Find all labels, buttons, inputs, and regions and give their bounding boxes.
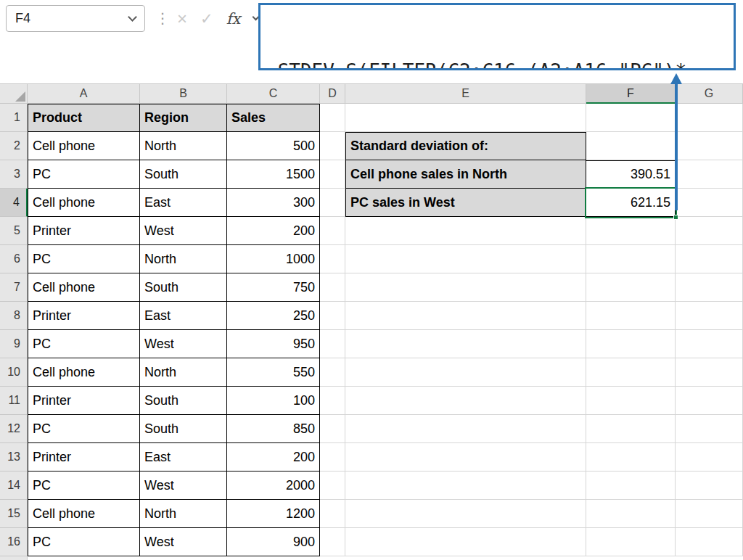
row-header-5[interactable]: 5 (0, 217, 28, 245)
cell-D11[interactable] (320, 387, 345, 415)
cell-C14[interactable]: 2000 (227, 472, 320, 500)
cell-E2[interactable]: Standard deviation of: (345, 132, 586, 160)
cell-G11[interactable] (676, 387, 743, 415)
cell-F2[interactable] (586, 132, 676, 160)
cell-B2[interactable]: North (140, 132, 227, 160)
cell-G1[interactable] (676, 104, 743, 132)
enter-icon[interactable]: ✓ (200, 11, 213, 26)
cell-E10[interactable] (345, 358, 586, 387)
cell-F10[interactable] (586, 358, 676, 387)
cell-C16[interactable]: 900 (227, 528, 320, 556)
cell-B11[interactable]: South (140, 387, 227, 415)
cell-E6[interactable] (345, 245, 586, 273)
cell-F11[interactable] (586, 387, 676, 415)
cell-G5[interactable] (676, 217, 743, 245)
cell-G10[interactable] (676, 358, 743, 387)
cell-D5[interactable] (320, 217, 345, 245)
col-header-B[interactable]: B (140, 83, 227, 104)
cell-D15[interactable] (320, 500, 345, 528)
row-header-12[interactable]: 12 (0, 415, 28, 443)
cancel-icon[interactable]: × (177, 10, 187, 28)
cell-C2[interactable]: 500 (227, 132, 320, 160)
cell-G9[interactable] (676, 330, 743, 358)
cell-C3[interactable]: 1500 (227, 160, 320, 189)
cell-B3[interactable]: South (140, 160, 227, 189)
formula-bar-splitter-icon[interactable]: ⋮ (155, 9, 170, 27)
cell-A9[interactable]: PC (28, 330, 140, 358)
row-header-8[interactable]: 8 (0, 302, 28, 330)
cell-D12[interactable] (320, 415, 345, 443)
cell-A2[interactable]: Cell phone (28, 132, 140, 160)
cell-A5[interactable]: Printer (28, 217, 140, 245)
row-header-7[interactable]: 7 (0, 273, 28, 302)
row-header-4[interactable]: 4 (0, 189, 28, 217)
cell-E9[interactable] (345, 330, 586, 358)
row-header-2[interactable]: 2 (0, 132, 28, 160)
cell-B12[interactable]: South (140, 415, 227, 443)
cell-A10[interactable]: Cell phone (28, 358, 140, 387)
cell-A6[interactable]: PC (28, 245, 140, 273)
cell-B14[interactable]: West (140, 472, 227, 500)
cell-F15[interactable] (586, 500, 676, 528)
col-header-E[interactable]: E (345, 83, 586, 104)
cell-C10[interactable]: 550 (227, 358, 320, 387)
cell-G14[interactable] (676, 472, 743, 500)
cell-A4[interactable]: Cell phone (28, 189, 140, 217)
cell-C13[interactable]: 200 (227, 443, 320, 472)
cell-G2[interactable] (676, 132, 743, 160)
cell-D13[interactable] (320, 443, 345, 472)
cell-A12[interactable]: PC (28, 415, 140, 443)
cell-E14[interactable] (345, 472, 586, 500)
chevron-down-icon[interactable] (128, 12, 137, 22)
cell-B4[interactable]: East (140, 189, 227, 217)
row-header-16[interactable]: 16 (0, 528, 28, 556)
cell-E16[interactable] (345, 528, 586, 556)
cell-F16[interactable] (586, 528, 676, 556)
cell-C7[interactable]: 750 (227, 273, 320, 302)
cell-G12[interactable] (676, 415, 743, 443)
cell-A14[interactable]: PC (28, 472, 140, 500)
cell-F7[interactable] (586, 273, 676, 302)
cell-D10[interactable] (320, 358, 345, 387)
cell-D14[interactable] (320, 472, 345, 500)
cell-D8[interactable] (320, 302, 345, 330)
cell-B6[interactable]: North (140, 245, 227, 273)
cell-F6[interactable] (586, 245, 676, 273)
col-header-A[interactable]: A (28, 83, 140, 104)
cell-E12[interactable] (345, 415, 586, 443)
cell-E4[interactable]: PC sales in West (345, 189, 586, 217)
row-header-13[interactable]: 13 (0, 443, 28, 472)
cell-G6[interactable] (676, 245, 743, 273)
row-header-9[interactable]: 9 (0, 330, 28, 358)
col-header-F[interactable]: F (586, 83, 676, 104)
cell-G16[interactable] (676, 528, 743, 556)
row-header-3[interactable]: 3 (0, 160, 28, 189)
cell-C12[interactable]: 850 (227, 415, 320, 443)
cell-B9[interactable]: West (140, 330, 227, 358)
cell-C6[interactable]: 1000 (227, 245, 320, 273)
cell-G13[interactable] (676, 443, 743, 472)
cell-C5[interactable]: 200 (227, 217, 320, 245)
cell-G4[interactable] (676, 189, 743, 217)
cell-C4[interactable]: 300 (227, 189, 320, 217)
select-all-corner[interactable] (0, 83, 28, 104)
cell-B13[interactable]: East (140, 443, 227, 472)
cell-A13[interactable]: Printer (28, 443, 140, 472)
cell-E1[interactable] (345, 104, 586, 132)
cell-B16[interactable]: West (140, 528, 227, 556)
row-header-14[interactable]: 14 (0, 472, 28, 500)
cell-D9[interactable] (320, 330, 345, 358)
cell-B10[interactable]: North (140, 358, 227, 387)
cell-E15[interactable] (345, 500, 586, 528)
cell-G3[interactable] (676, 160, 743, 189)
cell-F12[interactable] (586, 415, 676, 443)
cell-A7[interactable]: Cell phone (28, 273, 140, 302)
cell-A11[interactable]: Printer (28, 387, 140, 415)
insert-function-icon[interactable]: fx (226, 10, 241, 28)
cell-A1[interactable]: Product (28, 104, 140, 132)
cell-E8[interactable] (345, 302, 586, 330)
row-header-10[interactable]: 10 (0, 358, 28, 387)
cell-A15[interactable]: Cell phone (28, 500, 140, 528)
cell-D6[interactable] (320, 245, 345, 273)
cell-G15[interactable] (676, 500, 743, 528)
